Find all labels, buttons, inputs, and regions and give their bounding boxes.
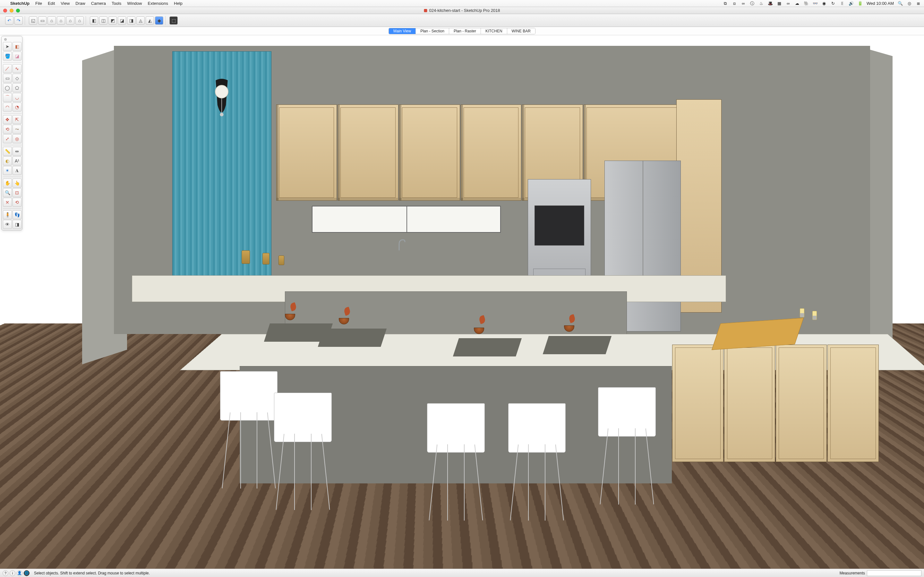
flame-icon[interactable]: ♨: [759, 1, 764, 6]
protractor-tool[interactable]: ◐: [3, 156, 12, 165]
grid-icon[interactable]: ▦: [777, 1, 782, 6]
followme-tool[interactable]: ⤳: [13, 125, 21, 134]
video-icon[interactable]: ⧉: [723, 1, 728, 6]
evernote-icon[interactable]: 🐘: [804, 1, 809, 6]
style-color-button[interactable]: ◆: [155, 16, 163, 25]
menu-extensions[interactable]: Extensions: [148, 1, 168, 6]
circle-tool[interactable]: ◯: [3, 83, 12, 92]
menu-edit[interactable]: Edit: [48, 1, 55, 6]
style-wire-button[interactable]: ◫: [99, 16, 107, 25]
style-xray-button[interactable]: ◬: [136, 16, 145, 25]
menu-file[interactable]: File: [35, 1, 42, 6]
scale-tool[interactable]: ⤢: [3, 134, 12, 143]
pan-tool[interactable]: 👆: [13, 179, 21, 187]
move-tool[interactable]: ✥: [3, 115, 12, 124]
previous-view-tool[interactable]: ⟲: [13, 198, 21, 207]
dropbox-icon[interactable]: ⧈: [732, 1, 737, 6]
menubar-clock[interactable]: Wed 10:00 AM: [867, 1, 894, 6]
rectangle-tool[interactable]: ▭: [3, 74, 12, 83]
zoom-window-tool[interactable]: ⊡: [13, 188, 21, 197]
arc3-tool[interactable]: ◠: [3, 103, 12, 111]
window-zoom-button[interactable]: [16, 9, 20, 13]
pushpull-tool[interactable]: ⇱: [13, 115, 21, 124]
axes-tool[interactable]: ✶: [3, 166, 12, 175]
view-left-button[interactable]: ⌂: [66, 16, 74, 25]
style-backedges-button[interactable]: ◭: [145, 16, 154, 25]
arc2-tool[interactable]: ◡: [13, 93, 21, 102]
walk-tool[interactable]: 👣: [13, 210, 21, 219]
rotated-rect-tool[interactable]: ◇: [13, 74, 21, 83]
battery-icon[interactable]: 🔋: [858, 1, 863, 6]
scene-tab-main-view[interactable]: Main View: [389, 28, 416, 34]
window-minimize-button[interactable]: [10, 9, 13, 13]
palette-close-icon[interactable]: [4, 38, 7, 41]
wifi-icon[interactable]: ⧛: [840, 1, 845, 6]
menu-help[interactable]: Help: [174, 1, 183, 6]
redo-button[interactable]: ↷: [15, 16, 23, 25]
undo-button[interactable]: ↶: [5, 16, 13, 25]
arc-tool[interactable]: ⌒: [3, 93, 12, 102]
history-icon[interactable]: ↻: [830, 1, 836, 6]
scene-tab-wine-bar[interactable]: WINE BAR: [507, 28, 535, 34]
position-camera-tool[interactable]: 🧍: [3, 210, 12, 219]
zoom-extents-tool[interactable]: ⤧: [3, 198, 12, 207]
section-tool[interactable]: ◨: [13, 220, 21, 229]
look-tool[interactable]: 👁: [3, 220, 12, 229]
menu-window[interactable]: Window: [127, 1, 142, 6]
dimension-tool[interactable]: ⇔: [13, 147, 21, 156]
model-viewport[interactable]: [0, 35, 924, 569]
window-close-button[interactable]: [3, 9, 7, 13]
style-mono-button[interactable]: ◨: [127, 16, 136, 25]
text-tool[interactable]: A¹: [13, 156, 21, 165]
style-hidden-button[interactable]: ◩: [108, 16, 117, 25]
geo-status-icon[interactable]: 🌐: [24, 570, 29, 576]
measurements-input[interactable]: [867, 570, 921, 576]
view-top-button[interactable]: ▭: [38, 16, 47, 25]
menu-draw[interactable]: Draw: [75, 1, 85, 6]
menu-tools[interactable]: Tools: [111, 1, 121, 6]
app-menu[interactable]: SketchUp: [10, 1, 29, 6]
freehand-tool[interactable]: ∿: [13, 64, 21, 73]
pie-tool[interactable]: ◔: [13, 103, 21, 111]
scene-tab-plan-section[interactable]: Plan - Section: [416, 28, 449, 34]
creative-cloud-icon[interactable]: ∞: [741, 1, 746, 6]
view-right-button[interactable]: ⌂: [75, 16, 84, 25]
3dtext-tool[interactable]: 𝐀: [13, 166, 21, 175]
menu-camera[interactable]: Camera: [91, 1, 106, 6]
polygon-tool[interactable]: ⬠: [13, 83, 21, 92]
record-icon[interactable]: ◉: [822, 1, 827, 6]
person-status-icon[interactable]: 👤: [17, 570, 23, 576]
info-icon[interactable]: ⓘ: [750, 1, 755, 6]
style-shadedtex-button[interactable]: ◪: [118, 16, 126, 25]
info-status-icon[interactable]: i: [10, 570, 15, 576]
view-front-button[interactable]: ⌂: [47, 16, 56, 25]
eraser-tool[interactable]: ◪: [13, 52, 21, 61]
orbit-tool[interactable]: ✋: [3, 179, 12, 187]
material-tool[interactable]: ◧: [13, 42, 21, 51]
view-back-button[interactable]: ⌂: [57, 16, 65, 25]
line-tool[interactable]: ／: [3, 64, 12, 73]
volume-icon[interactable]: 🔊: [849, 1, 854, 6]
cloud-icon[interactable]: ☁: [795, 1, 800, 6]
siri-icon[interactable]: ◎: [907, 1, 912, 6]
scene-tab-kitchen[interactable]: KITCHEN: [481, 28, 507, 34]
hat-icon[interactable]: 🎩: [768, 1, 773, 6]
view-iso-button[interactable]: ◱: [29, 16, 37, 25]
style-shaded-button[interactable]: ◧: [90, 16, 98, 25]
zoom-tool[interactable]: 🔍: [3, 188, 12, 197]
help-icon[interactable]: ?: [3, 570, 8, 576]
select-tool[interactable]: ➤: [3, 42, 12, 51]
scene-tab-plan-raster[interactable]: Plan - Raster: [449, 28, 481, 34]
notification-center-icon[interactable]: ≣: [916, 1, 921, 6]
infinity-icon[interactable]: ∞: [786, 1, 791, 6]
menu-view[interactable]: View: [61, 1, 69, 6]
document-proxy-icon[interactable]: [424, 9, 427, 12]
paint-tool[interactable]: 🪣: [3, 52, 12, 61]
rotate-tool[interactable]: ⟲: [3, 125, 12, 134]
offset-tool[interactable]: ◎: [13, 134, 21, 143]
tool-palette[interactable]: ➤ ◧ 🪣 ◪ ／ ∿ ▭ ◇ ◯ ⬠ ⌒ ◡ ◠ ◔ ✥ ⇱ ⟲ ⤳ ⤢ ◎ …: [1, 36, 23, 230]
warehouse-button[interactable]: ⬚: [170, 16, 178, 25]
glasses-icon[interactable]: 👓: [813, 1, 818, 6]
tape-tool[interactable]: 📏: [3, 147, 12, 156]
spotlight-icon[interactable]: 🔍: [898, 1, 903, 6]
